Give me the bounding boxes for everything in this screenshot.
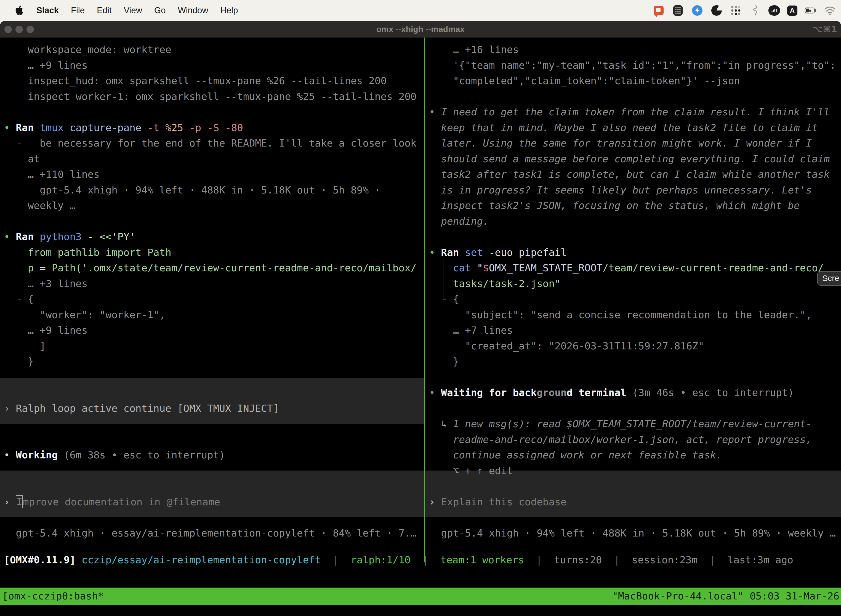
terminal-line: • Waiting for background terminal (3m 46…	[429, 385, 794, 400]
omx-status-bar: [OMX#0.11.9] cczip/essay/ai-reimplementa…	[0, 552, 841, 568]
menu-item-help[interactable]: Help	[220, 6, 238, 15]
terminal-line: tasks/task-2.json"	[429, 276, 561, 292]
menu-app-name[interactable]: Slack	[37, 6, 59, 15]
terminal-pane-left[interactable]: workspace_mode: worktree … +9 lines insp…	[0, 42, 424, 563]
screen-tooltip: Scre	[817, 271, 841, 286]
terminal-line: task2 after task1 is complete, but can I…	[429, 166, 830, 182]
battery-icon[interactable]	[804, 4, 817, 16]
menu-items: FileEditViewGoWindowHelp	[71, 6, 238, 15]
terminal-line: "worker": "worker-1",	[4, 307, 165, 323]
terminal-line: • Ran set -euo pipefail	[429, 245, 567, 260]
terminal-line: is in progress? It seems likely but perh…	[429, 182, 812, 198]
a-app-icon[interactable]: A	[787, 6, 797, 16]
terminal-line: '{"team_name":"my-team","task_id":"1","f…	[429, 57, 836, 73]
crescent-app-icon[interactable]	[711, 4, 722, 16]
terminal-line: gpt-5.4 xhigh · 94% left · 488K in · 5.1…	[429, 525, 836, 541]
terminal-line: gpt-5.4 xhigh · essay/ai-reimplementatio…	[4, 525, 417, 541]
terminal-line: p = Path('.omx/state/team/review-current…	[4, 260, 417, 276]
terminal-line: at	[4, 151, 40, 167]
terminal-line: {	[429, 291, 459, 307]
keypad-app-icon[interactable]	[672, 4, 684, 16]
terminal-window: omx --xhigh --madmax ⌥⌘1 workspace_mode:…	[0, 21, 841, 616]
menu-bar-left: Slack FileEditViewGoWindowHelp	[0, 5, 238, 16]
terminal-line: be necessary for the end of the README. …	[4, 135, 417, 151]
terminal-line: › Explain this codebase	[429, 494, 567, 510]
terminal-line: pending.	[429, 213, 489, 229]
terminal-line: … +7 lines	[429, 322, 513, 338]
terminal-line: … +9 lines	[4, 322, 88, 338]
menu-item-view[interactable]: View	[124, 6, 142, 15]
terminal-line: • Working (6m 38s • esc to interrupt)	[4, 447, 225, 463]
bolt-app-icon[interactable]	[691, 4, 703, 16]
window-title: omx --xhigh --madmax	[0, 21, 841, 38]
terminal-line: workspace_mode: worktree	[4, 42, 171, 57]
terminal-line: • Ran tmux capture-pane -t %25 -p -S -80	[4, 120, 243, 135]
macos-menu-bar: Slack FileEditViewGoWindowHelp ..61	[0, 0, 841, 21]
tmux-host-clock: "MacBook-Pro-44.local" 05:03 31-Mar-26	[612, 588, 841, 605]
terminal-line: inspect_worker-1: omx sparkshell --tmux-…	[4, 89, 417, 104]
terminal-line: [OMX#0.11.9] cczip/essay/ai-reimplementa…	[4, 552, 793, 568]
wifi-icon[interactable]	[824, 4, 836, 16]
terminal-line: weekly …	[4, 198, 76, 213]
terminal-line: "subject": "send a concise recommendatio…	[429, 307, 812, 323]
terminal-line: keep that in mind. Maybe I also need the…	[429, 120, 818, 135]
menu-bar-status-icons: ..61 A	[652, 4, 841, 16]
menu-item-go[interactable]: Go	[154, 6, 166, 15]
dots-grid-icon[interactable]	[730, 4, 742, 16]
terminal-line: › Improve documentation in @filename	[4, 494, 220, 510]
tmux-session-label: [omx-cczip0:bash*	[0, 588, 104, 605]
terminal-line: should send a message before completing …	[429, 151, 830, 167]
terminal-line: continue assigned work or next feasible …	[429, 447, 722, 463]
terminal-line: › Ralph loop active continue [OMX_TMUX_I…	[4, 400, 279, 416]
terminal-line: … +110 lines	[4, 166, 100, 182]
terminal-line: "completed","claim_token":"claim-token"}…	[429, 73, 740, 89]
hook-app-icon[interactable]	[749, 4, 761, 16]
chat-app-icon[interactable]	[652, 4, 665, 16]
terminal-line: … +16 lines	[429, 42, 519, 57]
terminal-line: "created_at": "2026-03-31T11:59:27.816Z"	[429, 338, 704, 354]
terminal-line: • Ran python3 - <<'PY'	[4, 229, 135, 245]
terminal-line: gpt-5.4 xhigh · 94% left · 488K in · 5.1…	[4, 182, 381, 198]
menu-item-edit[interactable]: Edit	[97, 6, 111, 15]
terminal-line: … +9 lines	[4, 57, 88, 73]
terminal-line: • I need to get the claim token from the…	[429, 104, 830, 120]
tmux-status-bar: [omx-cczip0:bash* "MacBook-Pro-44.local"…	[0, 588, 841, 605]
terminal-line: cat "$OMX_TEAM_STATE_ROOT/team/review-cu…	[429, 260, 824, 276]
terminal-line: … +3 lines	[4, 276, 88, 292]
terminal-pane-right[interactable]: … +16 lines '{"team_name":"my-team","tas…	[425, 42, 841, 563]
terminal-line: from pathlib import Path	[4, 245, 171, 260]
terminal-line: inspect task2's JSON, focusing on the st…	[429, 198, 800, 213]
terminal-line: ]	[4, 338, 46, 354]
terminal-line: later. Using the same for transition mig…	[429, 135, 812, 151]
window-title-bar: omx --xhigh --madmax ⌥⌘1	[0, 21, 841, 38]
terminal-line: {	[4, 291, 34, 307]
terminal-line: readme-and-reco/mailbox/worker-1.json, a…	[429, 432, 812, 447]
terminal-line: ↳ 1 new msg(s): read $OMX_TEAM_STATE_ROO…	[429, 416, 812, 432]
apple-logo-icon[interactable]	[15, 5, 24, 16]
pane-divider[interactable]	[424, 38, 425, 562]
window-shortcut-badge: ⌥⌘1	[813, 21, 837, 38]
terminal-line: }	[4, 353, 34, 369]
menu-item-file[interactable]: File	[71, 6, 85, 15]
terminal-line: }	[429, 353, 459, 369]
terminal-line: ⌥ + ↑ edit	[429, 463, 513, 478]
badge-61-icon[interactable]: ..61	[768, 5, 780, 16]
menu-item-window[interactable]: Window	[178, 6, 208, 15]
terminal-line: inspect_hud: omx sparkshell --tmux-pane …	[4, 73, 387, 89]
